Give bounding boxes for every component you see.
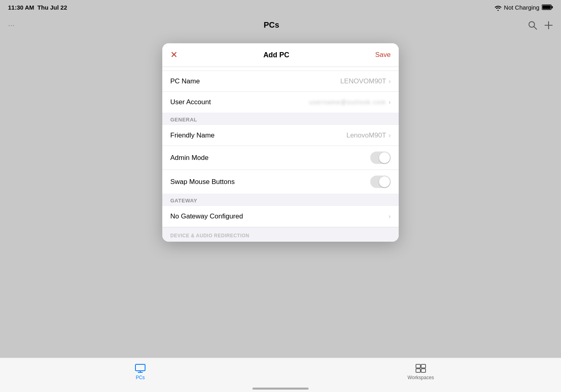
no-gateway-chevron: ›	[389, 213, 391, 220]
workspaces-tab-label: Workspaces	[408, 375, 434, 380]
pcs-tab-icon	[135, 362, 146, 373]
admin-mode-toggle[interactable]	[370, 152, 391, 164]
wifi-icon	[494, 4, 502, 10]
date: Thu Jul 22	[37, 4, 67, 11]
pc-name-chevron: ›	[389, 78, 391, 85]
pc-name-row[interactable]: PC Name LENOVOM90T ›	[162, 71, 399, 92]
admin-mode-label: Admin Mode	[170, 154, 208, 162]
gateway-section: GATEWAY No Gateway Configured ›	[162, 194, 399, 227]
workspaces-tab-icon	[415, 362, 426, 373]
swap-mouse-toggle[interactable]	[370, 176, 391, 188]
svg-rect-10	[416, 364, 420, 368]
add-pc-modal: ✕ Add PC Save PC Name LENOVOM90T › User …	[162, 43, 399, 242]
pc-name-value: LENOVOM90T ›	[340, 77, 391, 85]
add-button[interactable]	[544, 20, 553, 30]
user-account-label: User Account	[170, 98, 211, 106]
swap-mouse-thumb	[379, 176, 390, 187]
battery-icon	[542, 4, 553, 10]
pc-name-label: PC Name	[170, 77, 200, 85]
gateway-section-header: GATEWAY	[162, 194, 399, 206]
svg-line-4	[534, 26, 537, 29]
tab-pcs[interactable]: PCs	[0, 362, 280, 380]
search-button[interactable]	[528, 20, 537, 30]
top-spacer-row	[162, 67, 399, 71]
no-gateway-label: No Gateway Configured	[170, 212, 243, 220]
svg-rect-12	[416, 369, 420, 372]
friendly-name-chevron: ›	[389, 132, 391, 139]
user-account-value: username@outlook.com ›	[309, 99, 391, 106]
app-header: ··· PCs	[0, 14, 561, 35]
svg-rect-2	[543, 6, 551, 9]
svg-rect-7	[135, 364, 145, 371]
status-indicators: Not Charging	[494, 4, 553, 10]
time: 11:30 AM	[8, 4, 34, 11]
user-account-text: username@outlook.com	[309, 99, 386, 105]
header-actions	[528, 20, 553, 30]
page-title: PCs	[264, 20, 279, 30]
device-section-peek: DEVICE & AUDIO REDIRECTION	[162, 227, 399, 242]
friendly-name-label: Friendly Name	[170, 131, 215, 139]
tab-workspaces[interactable]: Workspaces	[280, 362, 561, 380]
menu-button[interactable]: ···	[8, 20, 15, 30]
svg-rect-1	[552, 6, 553, 8]
gateway-rows: No Gateway Configured ›	[162, 206, 399, 227]
modal-header: ✕ Add PC Save	[162, 43, 399, 67]
general-rows: Friendly Name LenovoM90T › Admin Mode Sw…	[162, 125, 399, 194]
user-account-chevron: ›	[389, 99, 391, 106]
status-time-date: 11:30 AM Thu Jul 22	[8, 4, 67, 11]
user-account-row[interactable]: User Account username@outlook.com ›	[162, 92, 399, 113]
general-section: GENERAL Friendly Name LenovoM90T › Admin…	[162, 113, 399, 194]
swap-mouse-label: Swap Mouse Buttons	[170, 178, 235, 186]
save-button[interactable]: Save	[375, 51, 391, 59]
swap-mouse-track	[370, 176, 391, 188]
no-gateway-row[interactable]: No Gateway Configured ›	[162, 206, 399, 227]
admin-mode-thumb	[379, 152, 390, 163]
modal-title: Add PC	[263, 51, 289, 59]
svg-rect-11	[421, 364, 426, 368]
tab-bar: PCs Workspaces	[0, 358, 561, 392]
general-section-header: GENERAL	[162, 113, 399, 125]
device-section-peek-header: DEVICE & AUDIO REDIRECTION	[170, 230, 391, 240]
pc-info-section: PC Name LENOVOM90T › User Account userna…	[162, 71, 399, 113]
friendly-name-row[interactable]: Friendly Name LenovoM90T ›	[162, 125, 399, 146]
pcs-tab-label: PCs	[136, 375, 145, 380]
friendly-name-value: LenovoM90T ›	[346, 131, 391, 139]
admin-mode-track	[370, 152, 391, 164]
swap-mouse-row: Swap Mouse Buttons	[162, 170, 399, 194]
home-indicator	[252, 388, 309, 390]
battery-status-text: Not Charging	[504, 4, 539, 11]
svg-rect-13	[421, 369, 426, 372]
status-bar: 11:30 AM Thu Jul 22 Not Charging	[0, 0, 561, 14]
close-button[interactable]: ✕	[170, 50, 178, 60]
admin-mode-row: Admin Mode	[162, 146, 399, 170]
